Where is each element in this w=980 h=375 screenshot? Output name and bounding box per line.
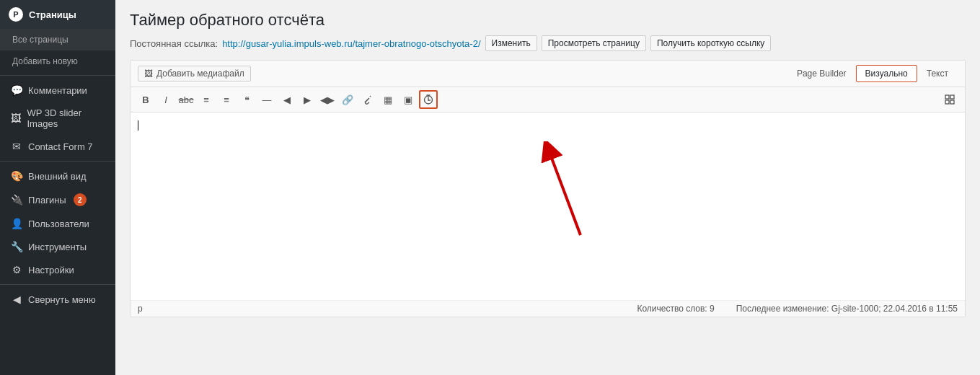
wp3d-icon: 🖼 <box>11 112 22 124</box>
add-media-button[interactable]: 🖼 Добавить медиафайл <box>138 66 251 81</box>
svg-rect-5 <box>950 95 954 99</box>
toolbar-insert-table[interactable]: ▦ <box>379 90 397 109</box>
toolbar-italic[interactable]: I <box>156 90 175 109</box>
footer-tag: p <box>138 304 143 314</box>
contact-form-icon: ✉ <box>11 141 22 152</box>
contact-form-label: Contact Form 7 <box>28 141 93 152</box>
permalink-url[interactable]: http://gusar-yulia.impuls-web.ru/tajmer-… <box>222 38 480 49</box>
svg-rect-7 <box>950 100 954 104</box>
toolbar-ordered-list[interactable]: ≡ <box>217 90 236 109</box>
collapse-label: Свернуть меню <box>28 294 96 305</box>
comments-label: Комментарии <box>28 85 87 96</box>
editor-wrapper <box>131 112 965 300</box>
editor-tabs: Page Builder Визуально Текст <box>787 65 958 82</box>
collapse-icon: ◀ <box>11 294 22 305</box>
sidebar-item-wp3d[interactable]: 🖼 WP 3D slider Images <box>0 102 115 135</box>
wp3d-label: WP 3D slider Images <box>27 107 107 129</box>
pages-icon: P <box>9 7 23 22</box>
settings-icon: ⚙ <box>11 264 22 275</box>
short-link-button[interactable]: Получить короткую ссылку <box>650 35 771 51</box>
footer-left: p <box>138 304 143 314</box>
toolbar-link[interactable]: 🔗 <box>338 90 357 109</box>
sidebar-item-collapse[interactable]: ◀ Свернуть меню <box>0 288 115 311</box>
toolbar-blockquote[interactable]: ❝ <box>237 90 256 109</box>
permalink-label: Постоянная ссылка: <box>130 38 218 49</box>
sidebar-item-appearance[interactable]: 🎨 Внешний вид <box>0 164 115 188</box>
toolbar-expand[interactable] <box>940 90 959 109</box>
footer-right: Количество слов: 9 Последнее изменение: … <box>637 304 958 314</box>
toolbar-align-left[interactable]: ◀ <box>278 90 296 109</box>
sidebar-header[interactable]: P Страницы <box>0 0 115 29</box>
toolbar-align-right[interactable]: ◀▶ <box>318 90 337 109</box>
sidebar-title: Страницы <box>29 9 76 20</box>
add-media-icon: 🖼 <box>144 69 153 79</box>
plugins-badge: 2 <box>74 193 87 206</box>
sidebar-item-all-pages[interactable]: Все страницы <box>0 29 115 50</box>
last-modified: Последнее изменение: Gj-site-1000; 22.04… <box>736 304 958 314</box>
toolbar-unordered-list[interactable]: ≡ <box>197 90 216 109</box>
plugins-icon: 🔌 <box>11 194 22 206</box>
tools-label: Инструменты <box>28 242 87 252</box>
all-pages-label: Все страницы <box>12 35 69 45</box>
change-button[interactable]: Изменить <box>485 35 537 51</box>
sidebar-item-users[interactable]: 👤 Пользователи <box>0 212 115 235</box>
users-icon: 👤 <box>11 218 22 229</box>
toolbar-unlink[interactable] <box>358 90 377 109</box>
plugins-label: Плагины <box>28 195 66 206</box>
appearance-label: Внешний вид <box>28 171 87 182</box>
sidebar-item-contact-form-7[interactable]: ✉ Contact Form 7 <box>0 135 115 158</box>
tools-icon: 🔧 <box>11 241 22 252</box>
add-media-label: Добавить медиафайл <box>156 69 244 79</box>
add-new-label: Добавить новую <box>12 56 78 66</box>
editor-top-bar: 🖼 Добавить медиафайл Page Builder Визуал… <box>131 61 965 87</box>
page-title: Таймер обратного отсчёта <box>130 11 966 30</box>
toolbar-horizontal-rule[interactable]: — <box>257 90 276 109</box>
preview-button[interactable]: Просмотреть страницу <box>542 35 646 51</box>
tab-visual[interactable]: Визуально <box>856 65 917 82</box>
toolbar-align-center[interactable]: ▶ <box>298 90 317 109</box>
svg-rect-6 <box>945 100 949 104</box>
tab-page-builder[interactable]: Page Builder <box>787 65 856 82</box>
settings-label: Настройки <box>28 265 74 275</box>
svg-rect-4 <box>945 95 949 99</box>
main-content: Таймер обратного отсчёта Постоянная ссыл… <box>115 0 980 375</box>
sidebar-item-plugins[interactable]: 🔌 Плагины 2 <box>0 188 115 212</box>
toolbar: B I abc ≡ ≡ ❝ — ◀ ▶ ◀▶ 🔗 ▦ ▣ <box>131 87 965 112</box>
tab-text[interactable]: Текст <box>917 65 958 82</box>
divider-2 <box>0 161 115 162</box>
word-count: Количество слов: 9 <box>637 304 714 314</box>
editor-area[interactable] <box>131 112 965 300</box>
sidebar-item-comments[interactable]: 💬 Комментарии <box>0 79 115 102</box>
editor-footer: p Количество слов: 9 Последнее изменение… <box>131 300 965 317</box>
toolbar-timer-plugin[interactable] <box>419 90 438 109</box>
divider-1 <box>0 75 115 76</box>
sidebar-item-tools[interactable]: 🔧 Инструменты <box>0 235 115 258</box>
sidebar: P Страницы Все страницы Добавить новую 💬… <box>0 0 115 375</box>
toolbar-insert-row[interactable]: ▣ <box>399 90 418 109</box>
toolbar-bold[interactable]: B <box>136 90 155 109</box>
comments-icon: 💬 <box>11 84 22 96</box>
appearance-icon: 🎨 <box>11 170 22 182</box>
permalink-row: Постоянная ссылка: http://gusar-yulia.im… <box>130 35 966 51</box>
cursor <box>138 120 138 131</box>
sidebar-item-add-new[interactable]: Добавить новую <box>0 50 115 72</box>
editor-container: 🖼 Добавить медиафайл Page Builder Визуал… <box>130 60 966 317</box>
divider-3 <box>0 284 115 285</box>
users-label: Пользователи <box>28 219 89 229</box>
sidebar-item-settings[interactable]: ⚙ Настройки <box>0 258 115 281</box>
toolbar-strikethrough[interactable]: abc <box>177 90 195 109</box>
